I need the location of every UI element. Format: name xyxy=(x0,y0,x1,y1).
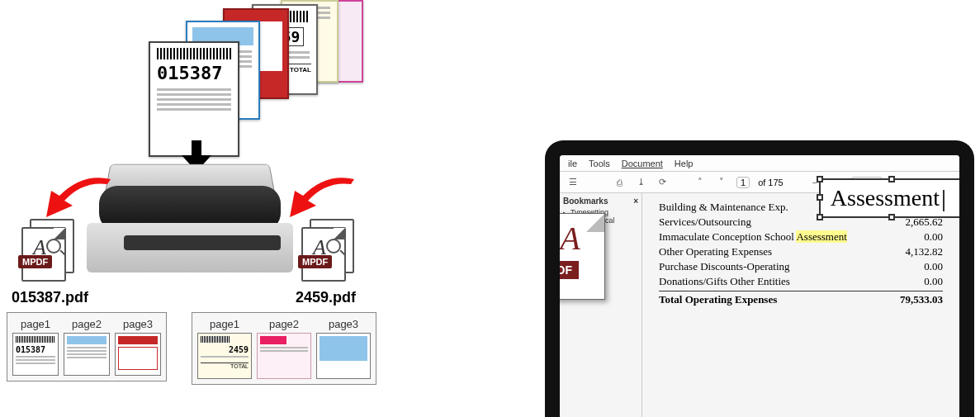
page-thumb: page1 015387 xyxy=(12,318,59,376)
page-total: of 175 xyxy=(758,178,784,187)
resize-handle[interactable] xyxy=(817,214,823,220)
pdf-viewer-menubar: ile Tools Document Help xyxy=(560,155,959,172)
scanner-diagram: 2459 TOTAL 015387 A MPDF 015387.pdf xyxy=(0,0,429,417)
resize-handle[interactable] xyxy=(962,194,968,201)
resize-handle[interactable] xyxy=(888,176,895,182)
laptop-frame: ile Tools Document Help ☰ ⎙ ⤓ ⟳ ˄ ˅ 1 of… xyxy=(545,140,974,417)
magnifier-icon xyxy=(46,239,61,254)
resize-handle[interactable] xyxy=(817,194,823,201)
page-thumb: page2 xyxy=(257,318,311,379)
save-icon[interactable]: ⤓ xyxy=(634,176,647,189)
output-filename-2: 2459.pdf xyxy=(296,289,356,306)
resize-handle[interactable] xyxy=(888,214,895,220)
magnifier-icon xyxy=(326,239,341,254)
page-label: page1 xyxy=(197,318,252,330)
page-label: page1 xyxy=(12,318,59,330)
mpdf-badge: MPDF xyxy=(18,255,52,268)
barcode-number: 015387 xyxy=(157,63,222,83)
sidebar-toggle-icon[interactable]: ☰ xyxy=(566,176,580,189)
pdf-badge: PDF xyxy=(545,261,579,279)
page-number-input[interactable]: 1 xyxy=(736,177,750,188)
page-thumb: page1 2459TOTAL xyxy=(197,318,252,379)
print-icon[interactable]: ⎙ xyxy=(613,176,626,189)
document-scanner xyxy=(99,161,281,277)
floating-pdf-icon: A PDF xyxy=(545,213,626,300)
resize-handle[interactable] xyxy=(962,176,968,182)
page-group-2: page1 2459TOTAL page2 page3 xyxy=(192,312,376,385)
resize-handle[interactable] xyxy=(817,176,823,182)
input-doc-barcode-015387: 015387 xyxy=(149,41,239,157)
bookmarks-title: Bookmarks xyxy=(563,197,608,206)
close-icon[interactable]: × xyxy=(633,197,638,206)
output-filename-1: 015387.pdf xyxy=(12,289,88,306)
mpdf-badge: MPDF xyxy=(298,255,332,268)
rotate-icon[interactable]: ⟳ xyxy=(656,176,669,189)
output-pdf-icon-1: A MPDF xyxy=(21,219,79,285)
menu-tools[interactable]: Tools xyxy=(589,159,610,168)
search-text: Assessment xyxy=(831,185,940,211)
text-cursor-icon xyxy=(943,190,944,211)
page-group-1: page1 015387 page2 page3 xyxy=(7,312,167,381)
page-label: page3 xyxy=(115,318,161,330)
page-thumb: page2 xyxy=(64,318,110,376)
menu-file[interactable]: ile xyxy=(568,159,577,168)
input-documents-stack: 2459 TOTAL 015387 xyxy=(140,0,388,165)
page-label: page2 xyxy=(64,318,110,330)
resize-handle[interactable] xyxy=(962,214,968,220)
page-label: page3 xyxy=(316,318,371,330)
menu-document[interactable]: Document xyxy=(622,159,663,168)
page-thumb: page3 xyxy=(115,318,161,376)
pdf-document-view: Building & Maintenance Exp. Services/Out… xyxy=(642,193,959,417)
search-text-box[interactable]: Assessment xyxy=(819,178,966,218)
page-label: page2 xyxy=(257,318,311,330)
page-up-icon[interactable]: ˄ xyxy=(694,176,707,189)
page-down-icon[interactable]: ˅ xyxy=(715,176,728,189)
output-pdf-icon-2: A MPDF xyxy=(301,219,359,285)
menu-help[interactable]: Help xyxy=(675,159,694,168)
search-highlight: Assessment xyxy=(796,230,846,243)
page-thumb: page3 xyxy=(316,318,371,379)
